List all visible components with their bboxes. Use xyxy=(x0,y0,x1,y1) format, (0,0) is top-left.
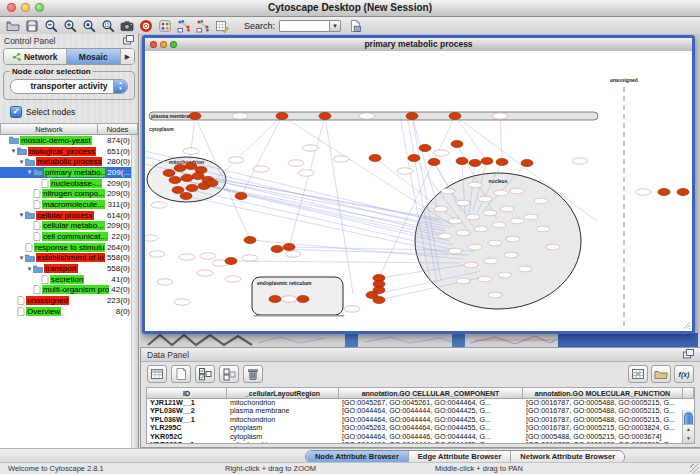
highlighted-node[interactable] xyxy=(189,112,201,119)
table-cell[interactable]: [GO:0016787, GO:0005215, GO:0003824, G..… xyxy=(523,424,694,432)
column-header-network[interactable]: Network xyxy=(0,123,98,135)
node[interactable] xyxy=(298,170,314,176)
highlighted-node[interactable] xyxy=(276,112,288,119)
tab-network[interactable]: Network xyxy=(4,49,67,64)
highlighted-node[interactable] xyxy=(469,159,481,166)
zoom-window-icon[interactable] xyxy=(35,3,44,12)
table-cell[interactable]: [GO:0044464, GO:0044444, GO:0044425, G..… xyxy=(339,407,523,415)
table-cell[interactable]: YLR295C xyxy=(147,424,227,432)
table-row[interactable]: YKR052Ccytoplasm[GO:0044464, GO:0044446,… xyxy=(147,433,694,441)
node[interactable] xyxy=(281,296,297,302)
table-cell[interactable]: [GO:0016787, GO:0005488, GO:0005215, G..… xyxy=(523,416,694,424)
highlighted-node[interactable] xyxy=(408,154,420,161)
table-row[interactable]: YPL036W__1mitochondrion[GO:0044464, GO:0… xyxy=(147,416,694,424)
highlighted-node[interactable] xyxy=(235,192,247,199)
node[interactable] xyxy=(448,218,462,224)
canvas-resize-grip[interactable] xyxy=(689,328,690,329)
table-cell[interactable]: [GO:0045267, GO:0045261, GO:0044464, G..… xyxy=(339,399,523,407)
node[interactable] xyxy=(359,113,375,119)
column-header[interactable]: annotation.GO CELLULAR_COMPONENT xyxy=(339,388,523,399)
scrollbar-arrows-icon[interactable]: ▲▼ xyxy=(683,424,694,443)
minimize-window-icon[interactable] xyxy=(21,3,30,12)
highlighted-node[interactable] xyxy=(181,174,193,181)
minimize-view-icon[interactable] xyxy=(160,41,167,48)
node[interactable] xyxy=(524,214,538,220)
node[interactable] xyxy=(149,251,165,257)
highlighted-node[interactable] xyxy=(319,112,331,119)
node[interactable] xyxy=(456,200,470,206)
node[interactable] xyxy=(434,206,448,212)
node[interactable] xyxy=(456,278,470,284)
node[interactable] xyxy=(498,272,512,278)
tree-row[interactable]: ▼primary metabo...209(... xyxy=(0,167,138,178)
node[interactable] xyxy=(183,148,199,154)
node[interactable] xyxy=(468,244,482,250)
save-session-icon[interactable] xyxy=(24,18,40,33)
table-cell[interactable]: YDR039C__1 xyxy=(147,441,227,443)
node[interactable] xyxy=(518,266,532,272)
tree-scrollbar[interactable] xyxy=(131,135,138,448)
node[interactable] xyxy=(510,188,524,194)
node[interactable] xyxy=(433,150,449,156)
table-cell[interactable]: [GO:0045263, GO:0044464, GO:0044455, G..… xyxy=(339,424,523,432)
node[interactable] xyxy=(488,240,502,246)
tree-row[interactable]: unassigned223(0) xyxy=(0,295,138,306)
node[interactable] xyxy=(534,198,548,204)
node[interactable] xyxy=(145,235,158,241)
node[interactable] xyxy=(174,299,190,305)
dropdown-stepper-icon[interactable]: ▲▼ xyxy=(113,80,127,93)
tree-row[interactable]: cell communicat...22(0) xyxy=(0,231,138,242)
node[interactable] xyxy=(179,254,195,260)
node[interactable] xyxy=(253,166,269,172)
node[interactable] xyxy=(288,160,304,166)
node[interactable] xyxy=(197,270,213,276)
node[interactable] xyxy=(488,292,502,298)
node[interactable] xyxy=(492,113,508,119)
highlighted-node[interactable] xyxy=(297,295,309,302)
search-field[interactable] xyxy=(279,20,329,32)
highlighted-node[interactable] xyxy=(521,159,533,166)
table-cell[interactable]: YPL036W__2 xyxy=(147,407,227,415)
highlighted-node[interactable] xyxy=(225,257,237,264)
node[interactable] xyxy=(441,188,455,194)
edit-attributes-icon[interactable] xyxy=(214,18,230,33)
node[interactable] xyxy=(225,276,241,282)
search-input[interactable]: ▼ xyxy=(279,20,341,32)
node[interactable] xyxy=(228,157,244,163)
table-cell[interactable]: [GO:0016787, GO:0005488, GO:0005215, G..… xyxy=(523,407,694,415)
column-header[interactable]: annotation.GO MOLECULAR_FUNCTION xyxy=(523,388,683,399)
formula-builder-button[interactable]: f(x) xyxy=(674,365,694,383)
highlighted-node[interactable] xyxy=(283,243,295,250)
network-canvas[interactable]: plasma membranecytoplasmnucleusmitochond… xyxy=(145,51,692,331)
close-window-icon[interactable] xyxy=(7,3,16,12)
node[interactable] xyxy=(483,210,497,216)
snapshot-icon[interactable] xyxy=(119,18,135,33)
tree-row[interactable]: nucleobase-...209(0) xyxy=(0,178,138,189)
node[interactable] xyxy=(448,248,462,254)
folder-icon[interactable] xyxy=(651,365,671,383)
table-cell[interactable]: [GO:0016787, GO:0005488, GO:0005215, G..… xyxy=(523,441,694,443)
table-cell[interactable]: YPL036W__1 xyxy=(147,416,227,424)
tree-row[interactable]: ▼transport558(0) xyxy=(0,263,138,274)
node[interactable] xyxy=(200,253,216,259)
node[interactable] xyxy=(572,158,588,164)
expand-arrow-icon[interactable]: ▼ xyxy=(26,169,33,175)
attribute-delete-icon[interactable] xyxy=(243,365,263,383)
node[interactable] xyxy=(438,233,452,239)
node[interactable] xyxy=(500,206,514,212)
node[interactable] xyxy=(504,252,518,258)
vizmapper-icon[interactable] xyxy=(157,18,173,33)
table-cell[interactable]: cytoplasm xyxy=(227,424,339,432)
expand-arrow-icon[interactable]: ▼ xyxy=(10,148,17,154)
node[interactable] xyxy=(157,279,173,285)
highlighted-node[interactable] xyxy=(428,158,440,165)
highlighted-node[interactable] xyxy=(449,112,461,119)
highlighted-node[interactable] xyxy=(658,188,670,195)
zoom-view-icon[interactable] xyxy=(170,41,177,48)
highlighted-node[interactable] xyxy=(163,169,175,176)
resize-grip[interactable] xyxy=(690,464,699,473)
highlighted-node[interactable] xyxy=(496,158,508,165)
matrix-icon[interactable] xyxy=(628,365,648,383)
table-cell[interactable]: mitochondrion xyxy=(227,416,339,424)
highlighted-node[interactable] xyxy=(174,164,186,171)
